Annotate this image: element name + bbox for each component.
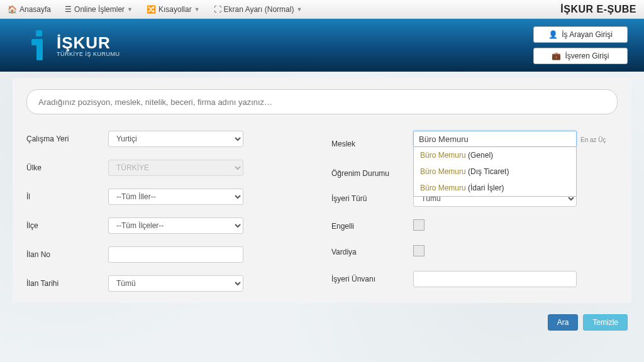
shift-checkbox[interactable]	[413, 245, 425, 256]
header-banner: İŞKUR TÜRKİYE İŞ KURUMU 👤 İş Arayan Giri…	[0, 19, 644, 72]
brand-title: İŞKUR E-ŞUBE	[560, 4, 636, 15]
district-select[interactable]: --Tüm İlçeler--	[108, 217, 243, 234]
occupation-label: Meslek	[331, 140, 413, 148]
expand-icon: ⛶	[214, 5, 221, 14]
nav-online[interactable]: ☰ Online İşlemler ▼	[65, 5, 133, 14]
employer-login-button[interactable]: 💼 İşveren Girişi	[533, 48, 628, 64]
disabled-label: Engelli	[331, 222, 413, 231]
chevron-down-icon: ▼	[127, 6, 133, 13]
nav-screen[interactable]: ⛶ Ekran Ayarı (Normal) ▼	[214, 5, 303, 14]
briefcase-icon: 💼	[552, 52, 561, 60]
workplace-select[interactable]: Yurtiçi	[108, 131, 243, 147]
province-label: İl	[26, 192, 108, 201]
search-button[interactable]: Ara	[548, 314, 579, 331]
nav-home-label: Anasayfa	[19, 5, 51, 14]
chevron-down-icon: ▼	[296, 6, 302, 13]
left-column: Çalışma Yeri Yurtiçi Ülke TÜRKİYE İl --T…	[26, 118, 313, 292]
page-body: Çalışma Yeri Yurtiçi Ülke TÜRKİYE İl --T…	[0, 72, 644, 362]
company-title-input[interactable]	[413, 271, 577, 287]
nav-shortcuts[interactable]: 🔀 Kısayollar ▼	[147, 5, 200, 14]
province-select[interactable]: --Tüm İller--	[108, 189, 243, 205]
nav-online-label: Online İşlemler	[74, 5, 125, 14]
workplace-label: Çalışma Yeri	[26, 134, 108, 143]
suggestion-item[interactable]: Büro Memuru (Genel)	[414, 147, 576, 163]
nav-screen-label: Ekran Ayarı (Normal)	[224, 5, 294, 14]
clear-button[interactable]: Temizle	[583, 314, 628, 331]
shift-label: Vardiya	[331, 248, 413, 256]
ad-no-input[interactable]	[108, 246, 243, 263]
home-icon: 🏠	[8, 5, 17, 14]
list-icon: ☰	[65, 5, 72, 14]
main-search-input[interactable]	[26, 89, 618, 114]
district-label: İlçe	[26, 221, 108, 230]
country-label: Ülke	[26, 163, 108, 172]
worktype-label: İşyeri Türü	[331, 194, 413, 203]
ad-no-label: İlan No	[26, 250, 108, 259]
right-column: Meslek En az Üç Harf Giriniz. Büro Memur…	[331, 118, 618, 292]
nav-home[interactable]: 🏠 Anasayfa	[8, 5, 51, 14]
logo-subtitle: TÜRKİYE İŞ KURUMU	[57, 51, 120, 57]
country-select: TÜRKİYE	[108, 160, 243, 176]
jobseeker-login-button[interactable]: 👤 İş Arayan Girişi	[533, 26, 628, 43]
ad-date-select[interactable]: Tümü	[108, 275, 243, 292]
employer-login-label: İşveren Girişi	[565, 52, 609, 60]
suggestion-item[interactable]: Büro Memuru (İdari İşler)	[414, 180, 576, 196]
user-icon: 👤	[548, 30, 558, 39]
ad-date-label: İlan Tarihi	[26, 279, 108, 288]
suggestion-item[interactable]: Büro Memuru (Dış Ticaret)	[414, 163, 576, 180]
education-label: Öğrenim Durumu	[331, 169, 413, 178]
disabled-checkbox[interactable]	[413, 219, 425, 231]
chevron-down-icon: ▼	[194, 6, 200, 13]
logo[interactable]: İŞKUR TÜRKİYE İŞ KURUMU	[23, 30, 120, 60]
shuffle-icon: 🔀	[147, 5, 156, 14]
search-panel: Çalışma Yeri Yurtiçi Ülke TÜRKİYE İl --T…	[13, 78, 631, 303]
occupation-suggestions: Büro Memuru (Genel) Büro Memuru (Dış Tic…	[413, 147, 577, 197]
nav-shortcuts-label: Kısayollar	[158, 5, 192, 14]
company-title-label: İşyeri Ünvanı	[331, 275, 413, 283]
top-navbar: 🏠 Anasayfa ☰ Online İşlemler ▼ 🔀 Kısayol…	[0, 0, 644, 19]
logo-mark-icon	[23, 30, 49, 60]
logo-name: İŞKUR	[57, 33, 120, 53]
action-bar: Ara Temizle	[13, 314, 631, 331]
jobseeker-login-label: İş Arayan Girişi	[562, 30, 613, 39]
occupation-input[interactable]	[413, 131, 577, 147]
